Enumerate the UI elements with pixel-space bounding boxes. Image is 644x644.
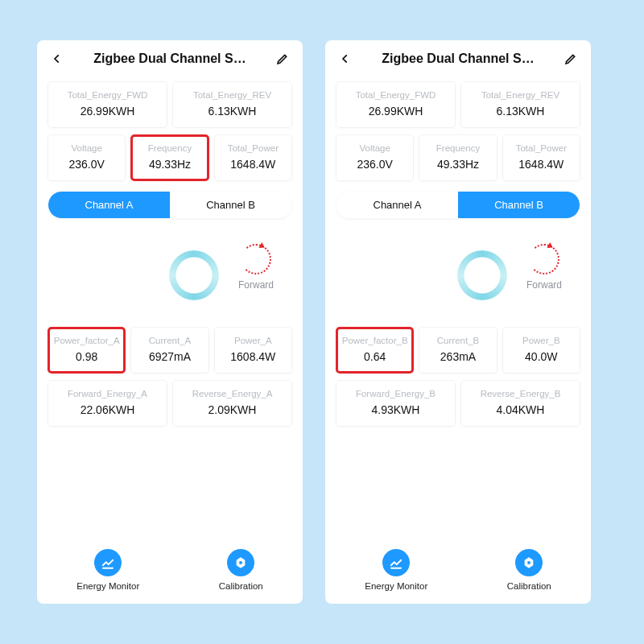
app-header: Zigbee Dual Channel S… bbox=[325, 40, 591, 76]
total-energy-fwd-card: Total_Energy_FWD 26.99KWH bbox=[336, 82, 455, 127]
nav-label: Calibration bbox=[507, 581, 551, 591]
current-card: Current_A 6927mA bbox=[131, 328, 208, 373]
value: 1648.4W bbox=[506, 158, 576, 171]
page-title: Zigbee Dual Channel S… bbox=[74, 52, 266, 66]
value: 49.33Hz bbox=[134, 158, 204, 171]
nav-calibration[interactable]: Calibration bbox=[507, 549, 551, 591]
label: Total_Energy_FWD bbox=[340, 90, 452, 100]
label: Total_Energy_REV bbox=[176, 90, 288, 100]
value: 236.0V bbox=[340, 158, 410, 171]
label: Total_Energy_FWD bbox=[52, 90, 163, 100]
label: Power_factor_B bbox=[340, 336, 410, 345]
value: 49.33Hz bbox=[423, 158, 493, 171]
nav-energy-monitor[interactable]: Energy Monitor bbox=[365, 549, 427, 591]
label: Voltage bbox=[340, 143, 410, 153]
screen-right: Zigbee Dual Channel S… Total_Energy_FWD … bbox=[325, 40, 591, 604]
frequency-card: Frequency 49.33Hz bbox=[419, 135, 496, 180]
total-power-card: Total_Power 1648.4W bbox=[503, 135, 580, 180]
frequency-card: Frequency 49.33Hz bbox=[131, 135, 208, 180]
value: 236.0V bbox=[52, 158, 122, 171]
label: Voltage bbox=[52, 143, 122, 153]
value: 22.06KWH bbox=[52, 403, 163, 416]
voltage-card: Voltage 236.0V bbox=[336, 135, 413, 180]
content-area: Total_Energy_FWD 26.99KWH Total_Energy_R… bbox=[325, 76, 591, 426]
nav-calibration[interactable]: Calibration bbox=[219, 549, 263, 591]
back-icon[interactable] bbox=[48, 50, 66, 68]
value: 2.09KWH bbox=[176, 403, 288, 416]
tab-channel-a[interactable]: Channel A bbox=[48, 192, 170, 218]
loading-dial-icon bbox=[457, 250, 507, 300]
value: 0.64 bbox=[340, 350, 410, 363]
tab-channel-b[interactable]: Channel B bbox=[458, 192, 580, 218]
label: Reverse_Energy_B bbox=[464, 389, 576, 398]
nav-label: Calibration bbox=[219, 581, 263, 591]
value: 263mA bbox=[423, 350, 493, 363]
label: Frequency bbox=[134, 143, 204, 153]
bottom-nav: Energy Monitor Calibration bbox=[37, 538, 303, 604]
edit-icon[interactable] bbox=[274, 50, 291, 68]
loading-dial-icon bbox=[169, 250, 219, 300]
value: 4.93KWH bbox=[340, 403, 452, 416]
channel-tabs: Channel A Channel B bbox=[48, 192, 291, 218]
label: Power_B bbox=[506, 336, 576, 345]
value: 6.13KWH bbox=[176, 105, 288, 118]
bottom-nav: Energy Monitor Calibration bbox=[325, 538, 591, 604]
label: Forward_Energy_A bbox=[52, 389, 163, 398]
total-energy-rev-card: Total_Energy_REV 6.13KWH bbox=[461, 82, 580, 127]
direction-indicator: Forward bbox=[238, 244, 274, 291]
chart-icon bbox=[94, 549, 122, 576]
label: Total_Energy_REV bbox=[464, 90, 576, 100]
value: 0.98 bbox=[52, 350, 122, 363]
value: 1648.4W bbox=[218, 158, 288, 171]
channel-tabs: Channel A Channel B bbox=[336, 192, 580, 218]
label: Power_factor_A bbox=[52, 336, 122, 345]
label: Forward_Energy_B bbox=[340, 389, 452, 398]
svg-point-2 bbox=[239, 561, 242, 564]
svg-point-5 bbox=[527, 561, 530, 564]
screen-left: Zigbee Dual Channel S… Total_Energy_FWD … bbox=[37, 40, 303, 604]
direction-indicator: Forward bbox=[526, 244, 562, 291]
voltage-card: Voltage 236.0V bbox=[48, 135, 125, 180]
app-header: Zigbee Dual Channel S… bbox=[37, 40, 303, 76]
page-title: Zigbee Dual Channel S… bbox=[362, 52, 554, 66]
label: Power_A bbox=[218, 336, 288, 345]
label: Total_Power bbox=[506, 143, 576, 153]
total-power-card: Total_Power 1648.4W bbox=[215, 135, 291, 180]
nav-label: Energy Monitor bbox=[365, 581, 427, 591]
label: Current_B bbox=[423, 336, 493, 345]
content-area: Total_Energy_FWD 26.99KWH Total_Energy_R… bbox=[37, 76, 303, 426]
forward-energy-card: Forward_Energy_A 22.06KWH bbox=[48, 381, 167, 426]
total-energy-fwd-card: Total_Energy_FWD 26.99KWH bbox=[48, 82, 167, 127]
power-factor-card: Power_factor_A 0.98 bbox=[48, 328, 125, 373]
gear-icon bbox=[227, 549, 254, 576]
label: Current_A bbox=[134, 336, 204, 345]
label: Frequency bbox=[423, 143, 493, 153]
chart-icon bbox=[382, 549, 410, 576]
current-card: Current_B 263mA bbox=[419, 328, 496, 373]
edit-icon[interactable] bbox=[562, 50, 580, 68]
power-card: Power_A 1608.4W bbox=[215, 328, 291, 373]
dial-area: Forward bbox=[48, 226, 291, 320]
power-card: Power_B 40.0W bbox=[503, 328, 580, 373]
tab-channel-b[interactable]: Channel B bbox=[170, 192, 291, 218]
value: 1608.4W bbox=[218, 350, 288, 363]
reverse-energy-card: Reverse_Energy_B 4.04KWH bbox=[461, 381, 580, 426]
value: 40.0W bbox=[506, 350, 576, 363]
power-factor-card: Power_factor_B 0.64 bbox=[336, 328, 413, 373]
forward-label: Forward bbox=[526, 279, 562, 291]
dial-area: Forward bbox=[336, 226, 580, 320]
value: 6.13KWH bbox=[464, 105, 576, 118]
value: 26.99KWH bbox=[340, 105, 452, 118]
back-icon[interactable] bbox=[336, 50, 354, 68]
forward-label: Forward bbox=[238, 279, 274, 291]
value: 26.99KWH bbox=[52, 105, 163, 118]
gear-icon bbox=[515, 549, 543, 576]
forward-arrow-icon bbox=[241, 244, 271, 275]
nav-label: Energy Monitor bbox=[76, 581, 139, 591]
total-energy-rev-card: Total_Energy_REV 6.13KWH bbox=[173, 82, 291, 127]
forward-energy-card: Forward_Energy_B 4.93KWH bbox=[336, 381, 455, 426]
forward-arrow-icon bbox=[529, 244, 559, 275]
tab-channel-a[interactable]: Channel A bbox=[336, 192, 458, 218]
label: Total_Power bbox=[218, 143, 288, 153]
nav-energy-monitor[interactable]: Energy Monitor bbox=[76, 549, 139, 591]
